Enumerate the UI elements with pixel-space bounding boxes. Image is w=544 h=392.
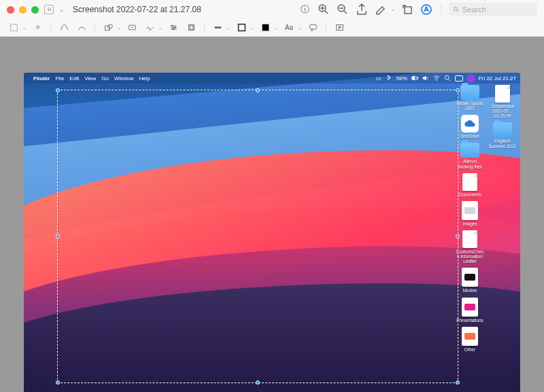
instant-alpha-tool[interactable]: ✧: [31, 21, 44, 35]
customs-icon: [462, 230, 477, 248]
rotate-icon[interactable]: [401, 3, 414, 16]
winter-icon: [460, 85, 479, 100]
svg-point-22: [445, 75, 449, 79]
documents-icon: [462, 173, 477, 191]
screen-mirror-icon[interactable]: ▭: [376, 75, 381, 82]
svg-rect-13: [190, 26, 193, 29]
share-icon[interactable]: [355, 3, 369, 16]
title-dropdown-icon[interactable]: ⌄: [59, 6, 65, 13]
text-tool[interactable]: [125, 21, 139, 35]
menu-help[interactable]: Help: [139, 75, 150, 82]
bluetooth-icon[interactable]: [386, 75, 392, 82]
svg-rect-15: [262, 24, 269, 31]
svg-point-7: [107, 24, 112, 29]
selection-handle-nw[interactable]: [56, 88, 60, 92]
onedrive-icon: [461, 115, 479, 132]
highlight-icon[interactable]: [374, 3, 388, 16]
window-title: Screenshot 2022-07-22 at 21.27.08: [73, 5, 201, 14]
chevron-down-icon[interactable]: ⌄: [391, 7, 395, 12]
screenshot-icon: [495, 85, 510, 103]
desktop-icon-winter[interactable]: Winter Sports 2022: [455, 85, 485, 111]
menubar-clock[interactable]: Fri 22 Jul 21:27: [479, 75, 516, 82]
svg-point-9: [171, 25, 173, 26]
menu-file[interactable]: File: [55, 75, 64, 82]
markup-icon[interactable]: [420, 3, 433, 16]
sign-tool[interactable]: [143, 21, 156, 35]
icon-label: Winter Sports 2022: [455, 101, 485, 111]
desktop-icon-aileron[interactable]: Aileron working files: [455, 143, 485, 168]
inner-screenshot: FinderFileEditViewGoWindowHelp ▭ 56% Fri…: [24, 73, 520, 392]
desktop-icon-england[interactable]: England Summer 2022: [488, 122, 517, 148]
volume-icon[interactable]: [422, 75, 429, 82]
info-icon[interactable]: ⓘ: [298, 3, 311, 16]
zoom-in-icon[interactable]: [317, 3, 330, 16]
image-canvas[interactable]: FinderFileEditViewGoWindowHelp ▭ 56% Fri…: [0, 37, 544, 392]
menu-window[interactable]: Window: [114, 75, 133, 82]
desktop-icon-customs[interactable]: CustomsCheck Information Leaflet: [455, 230, 485, 264]
images-icon: [462, 201, 478, 220]
battery-icon[interactable]: [411, 75, 418, 82]
svg-point-10: [174, 27, 175, 29]
desktop-icon-onedrive[interactable]: OneDrive: [455, 115, 485, 139]
svg-point-21: [436, 79, 437, 80]
selection-handle-sw[interactable]: [56, 380, 60, 385]
close-window[interactable]: [7, 6, 14, 14]
zoom-out-icon[interactable]: [336, 3, 350, 16]
desktop-icon-screenshot[interactable]: Screenshot 2022-07…21.25.09: [488, 85, 517, 118]
wifi-icon[interactable]: [433, 75, 440, 82]
svg-rect-20: [418, 77, 418, 79]
siri-icon[interactable]: [467, 75, 475, 82]
selection-handle-s[interactable]: [256, 380, 260, 385]
crop-tool[interactable]: [184, 21, 198, 35]
search-input[interactable]: Search: [449, 3, 537, 16]
svg-rect-5: [10, 24, 17, 31]
svg-rect-16: [309, 24, 316, 29]
fill-color-tool[interactable]: [258, 21, 272, 35]
desktop-icon-other[interactable]: Other: [455, 327, 485, 352]
lasso-tool[interactable]: [57, 21, 71, 35]
spotlight-icon[interactable]: [444, 75, 451, 82]
minimize-window[interactable]: [19, 6, 27, 14]
icon-label: OneDrive: [460, 134, 479, 139]
preview-window: ⧉ ⌄ Screenshot 2022-07-22 at 21.27.08 ⓘ …: [0, 0, 544, 392]
battery-percent: 56%: [396, 75, 407, 82]
icon-label: CustomsCheck Information Leaflet: [455, 249, 485, 264]
font-tool[interactable]: Aa: [282, 21, 296, 35]
icon-label: England Summer 2022: [488, 139, 517, 148]
control-center-icon[interactable]: [455, 75, 463, 82]
mac-menubar: FinderFileEditViewGoWindowHelp ▭ 56% Fri…: [24, 73, 520, 84]
fullscreen-window[interactable]: [31, 6, 39, 14]
selection-handle-n[interactable]: [256, 88, 260, 92]
desktop-icon-documents[interactable]: Documents: [455, 173, 485, 197]
movies-icon: [462, 268, 478, 287]
icon-label: Documents: [459, 192, 481, 197]
aileron-icon: [460, 143, 479, 158]
desktop-icon-presentations[interactable]: Presentations: [455, 298, 485, 323]
other-icon: [462, 327, 478, 346]
selection-handle-w[interactable]: [56, 234, 60, 238]
svg-point-4: [454, 7, 458, 11]
svg-point-11: [172, 29, 173, 30]
menu-edit[interactable]: Edit: [69, 75, 79, 82]
desktop-icon-images[interactable]: Images: [455, 201, 485, 226]
border-color-tool[interactable]: [235, 21, 248, 35]
crop-selection[interactable]: [57, 90, 458, 383]
shapes-tool[interactable]: [101, 21, 115, 35]
icon-label: Presentations: [456, 318, 483, 323]
window-controls: [7, 6, 39, 14]
description-tool[interactable]: [333, 21, 346, 35]
icon-label: Aileron working files: [455, 159, 485, 168]
svg-rect-2: [405, 7, 411, 14]
adjust-color-tool[interactable]: [167, 21, 180, 35]
icon-label: Other: [464, 347, 475, 352]
sketch-tool[interactable]: [75, 21, 88, 35]
desktop-icon-movies[interactable]: Movies: [455, 268, 485, 293]
line-style-tool[interactable]: [211, 21, 224, 35]
menu-go[interactable]: Go: [101, 75, 109, 82]
menu-finder[interactable]: Finder: [33, 75, 50, 82]
svg-rect-19: [412, 77, 415, 79]
document-proxy-icon[interactable]: ⧉: [44, 5, 54, 14]
menu-view[interactable]: View: [84, 75, 96, 82]
selection-tool[interactable]: [7, 21, 20, 35]
annotate-tool[interactable]: [306, 21, 320, 35]
